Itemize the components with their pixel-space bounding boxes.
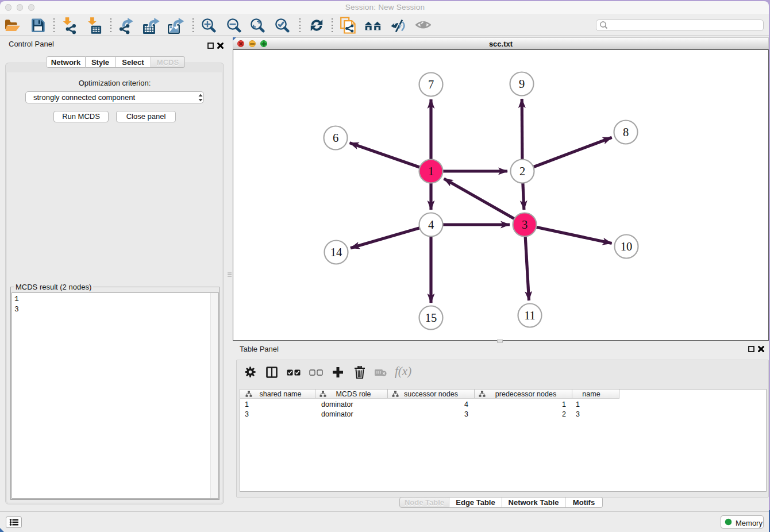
svg-text:8: 8: [623, 126, 629, 138]
svg-text:9: 9: [519, 78, 525, 90]
svg-text:2: 2: [519, 165, 525, 178]
svg-text:7: 7: [428, 78, 434, 91]
svg-text:14: 14: [330, 246, 342, 259]
svg-text:6: 6: [333, 132, 338, 144]
svg-text:4: 4: [428, 218, 434, 231]
svg-text:1: 1: [428, 165, 434, 178]
svg-text:15: 15: [425, 311, 437, 324]
svg-text:3: 3: [522, 218, 528, 231]
svg-text:10: 10: [621, 240, 633, 253]
svg-text:11: 11: [524, 309, 536, 322]
